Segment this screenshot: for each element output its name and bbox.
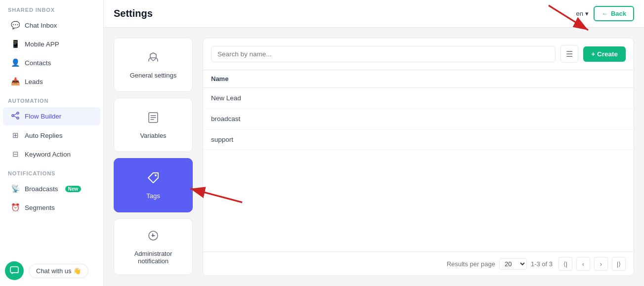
svg-point-10 xyxy=(155,174,157,176)
variables-card[interactable]: Variables xyxy=(114,98,193,152)
flow-builder-icon xyxy=(11,112,20,121)
results-info: 1-3 of 3 xyxy=(531,260,553,268)
language-selector[interactable]: en ▾ xyxy=(576,10,588,17)
sidebar-item-contacts[interactable]: 👤 Contacts xyxy=(3,54,100,72)
admin-notification-label: Administrator notification xyxy=(122,250,184,265)
per-page-select[interactable]: 20 50 100 xyxy=(499,258,527,270)
sidebar-chat-inbox-label: Chat Inbox xyxy=(25,22,57,29)
contacts-icon: 👤 xyxy=(11,58,20,67)
tags-label: Tags xyxy=(146,192,160,200)
sidebar-item-leads[interactable]: 📥 Leads xyxy=(3,73,100,90)
broadcasts-icon: 📡 xyxy=(11,184,20,193)
data-table: Name New Lead broadcast support xyxy=(203,70,634,251)
table-row[interactable]: broadcast xyxy=(203,109,634,129)
svg-line-4 xyxy=(14,116,17,118)
chat-with-us-label[interactable]: Chat with us 👋 xyxy=(29,264,88,278)
pagination: Results per page 20 50 100 1-3 of 3 ⟨| ‹… xyxy=(203,251,634,276)
auto-replies-icon: ⊞ xyxy=(11,131,20,140)
filter-icon: ☰ xyxy=(566,49,573,59)
leads-icon: 📥 xyxy=(11,77,20,86)
general-settings-label: General settings xyxy=(130,72,177,79)
general-settings-icon xyxy=(146,50,160,68)
page-title: Settings xyxy=(114,8,153,19)
sidebar-item-broadcasts[interactable]: 📡 Broadcasts New xyxy=(3,180,100,198)
first-page-button[interactable]: ⟨| xyxy=(558,257,572,271)
tags-icon xyxy=(146,171,160,188)
search-input[interactable] xyxy=(211,46,556,62)
sidebar-item-chat-inbox[interactable]: 💬 Chat Inbox xyxy=(3,16,100,34)
mobile-app-icon: 📱 xyxy=(11,40,20,48)
lang-label: en xyxy=(576,10,583,17)
sidebar-item-auto-replies[interactable]: ⊞ Auto Replies xyxy=(3,126,100,144)
svg-line-3 xyxy=(14,114,17,115)
next-page-button[interactable]: › xyxy=(594,257,608,271)
sidebar-item-keyword-action[interactable]: ⊟ Keyword Action xyxy=(3,145,100,163)
back-label: Back xyxy=(611,10,626,17)
table-row[interactable]: support xyxy=(203,129,634,150)
name-column-header: Name xyxy=(211,75,228,82)
sidebar-broadcasts-label: Broadcasts xyxy=(25,185,58,193)
svg-rect-5 xyxy=(10,267,18,273)
back-arrow-icon: ← xyxy=(601,10,608,17)
table-row[interactable]: New Lead xyxy=(203,88,634,109)
chat-circle-button[interactable] xyxy=(5,261,24,280)
svg-point-2 xyxy=(17,117,19,119)
table-header: Name xyxy=(203,70,634,88)
general-settings-card[interactable]: General settings xyxy=(114,38,193,92)
sidebar-flow-builder-label: Flow Builder xyxy=(25,113,61,120)
back-button[interactable]: ← Back xyxy=(594,6,634,21)
sidebar: SHARED INBOX 💬 Chat Inbox 📱 Mobile APP 👤… xyxy=(0,0,104,286)
sidebar-item-flow-builder[interactable]: Flow Builder xyxy=(3,107,100,125)
tags-card[interactable]: Tags xyxy=(114,158,193,212)
last-page-button[interactable]: |⟩ xyxy=(612,257,626,271)
automation-label: AUTOMATION xyxy=(0,91,103,107)
row-name: New Lead xyxy=(211,94,241,102)
chat-inbox-icon: 💬 xyxy=(11,21,20,30)
lang-chevron-icon: ▾ xyxy=(585,10,589,17)
keyword-action-icon: ⊟ xyxy=(11,150,20,159)
right-panel: ☰ + Create Name New Lead broadcast xyxy=(203,38,634,276)
main-wrapper: Settings en ▾ ← Back xyxy=(104,0,644,286)
sidebar-item-segments[interactable]: ⏰ Segments xyxy=(3,199,100,216)
header-right: en ▾ ← Back xyxy=(576,6,634,21)
create-button[interactable]: + Create xyxy=(583,46,626,62)
sidebar-keyword-action-label: Keyword Action xyxy=(25,151,71,158)
svg-point-0 xyxy=(12,115,14,117)
settings-cards-column: General settings Variables xyxy=(114,38,193,276)
sidebar-segments-label: Segments xyxy=(25,204,55,211)
admin-notification-card[interactable]: Administrator notification xyxy=(114,218,193,275)
per-page-label: Results per page xyxy=(447,260,495,268)
row-name: support xyxy=(211,136,233,143)
notifications-label: NOTIFICATIONS xyxy=(0,163,103,179)
prev-page-button[interactable]: ‹ xyxy=(576,257,590,271)
segments-icon: ⏰ xyxy=(11,203,20,212)
panel-toolbar: ☰ + Create xyxy=(203,38,634,70)
new-badge: New xyxy=(65,186,82,192)
svg-point-1 xyxy=(17,112,19,114)
variables-label: Variables xyxy=(140,132,166,139)
admin-notification-icon xyxy=(146,229,160,246)
sidebar-mobile-app-label: Mobile APP xyxy=(25,41,59,48)
main-header: Settings en ▾ ← Back xyxy=(104,0,644,28)
row-name: broadcast xyxy=(211,115,240,123)
main-content: Settings en ▾ ← Back xyxy=(104,0,644,286)
shared-inbox-label: SHARED INBOX xyxy=(0,0,103,16)
filter-button[interactable]: ☰ xyxy=(560,45,578,63)
sidebar-bottom: Chat with us 👋 xyxy=(0,255,103,286)
create-label: + Create xyxy=(591,50,618,58)
sidebar-leads-label: Leads xyxy=(25,78,43,85)
variables-icon xyxy=(146,111,160,128)
content-area: General settings Variables xyxy=(104,28,644,286)
sidebar-item-mobile-app[interactable]: 📱 Mobile APP xyxy=(3,35,100,53)
sidebar-contacts-label: Contacts xyxy=(25,59,51,67)
sidebar-auto-replies-label: Auto Replies xyxy=(25,132,63,139)
